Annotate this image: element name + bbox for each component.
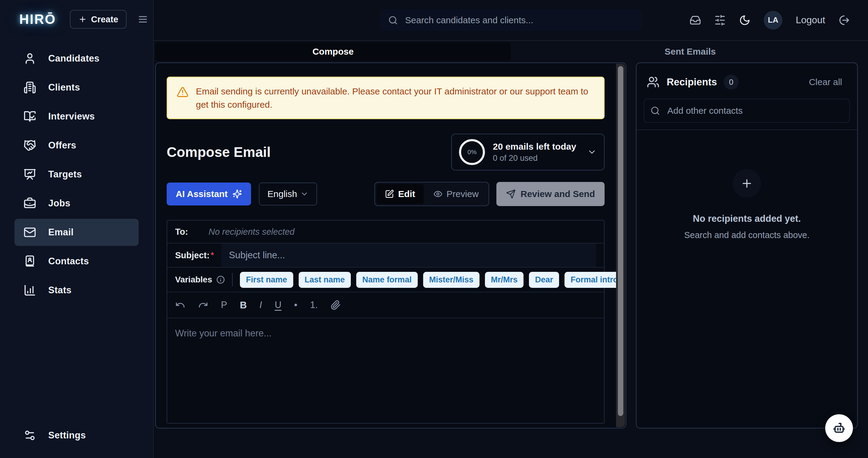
global-search-input[interactable] bbox=[404, 15, 633, 26]
sidebar-item-candidates[interactable]: Candidates bbox=[14, 45, 138, 72]
undo-button[interactable] bbox=[175, 300, 185, 310]
redo-button[interactable] bbox=[198, 300, 208, 310]
sidebar-item-jobs[interactable]: Jobs bbox=[14, 190, 138, 217]
variable-chip-first-name[interactable]: First name bbox=[240, 272, 293, 288]
language-select[interactable]: English bbox=[259, 182, 317, 205]
avatar[interactable]: LA bbox=[764, 11, 782, 30]
to-label: To: bbox=[175, 227, 188, 237]
recipients-panel: Recipients 0 Clear all No recipients add… bbox=[636, 62, 858, 428]
sidebar-item-interviews[interactable]: Interviews bbox=[14, 103, 138, 130]
clear-all-button[interactable]: Clear all bbox=[807, 77, 844, 87]
inbox-icon bbox=[689, 15, 701, 26]
chevron-down-icon bbox=[587, 147, 597, 157]
variable-chip-formal-intro[interactable]: Formal intro bbox=[564, 272, 624, 288]
assistant-fab-button[interactable] bbox=[825, 414, 853, 442]
edit-mode-button[interactable]: Edit bbox=[376, 184, 424, 204]
inbox-button[interactable] bbox=[689, 15, 701, 26]
variable-chip-name-formal[interactable]: Name formal bbox=[356, 272, 418, 288]
to-value: No recipients selected bbox=[209, 227, 294, 237]
theme-toggle-button[interactable] bbox=[739, 15, 750, 26]
compose-scrollbar[interactable] bbox=[616, 64, 625, 427]
global-search[interactable] bbox=[380, 9, 642, 31]
required-asterisk: * bbox=[211, 251, 214, 259]
sidebar: HIRŌ Create Candidates Clients Interview… bbox=[0, 0, 154, 458]
sidebar-item-stats[interactable]: Stats bbox=[14, 277, 138, 304]
square-pen-icon bbox=[385, 190, 394, 199]
variable-chip-mr-mrs[interactable]: Mr/Mrs bbox=[485, 272, 524, 288]
briefcase-icon bbox=[24, 197, 36, 210]
sidebar-item-settings[interactable]: Settings bbox=[14, 422, 138, 449]
sidebar-item-contacts[interactable]: Contacts bbox=[14, 248, 138, 275]
variable-chip-last-name[interactable]: Last name bbox=[299, 272, 351, 288]
content-area: Email sending is currently unavailable. … bbox=[154, 62, 868, 458]
variable-chip-mister-miss[interactable]: Mister/Miss bbox=[423, 272, 479, 288]
numbered-list-button[interactable]: 1. bbox=[310, 299, 318, 311]
to-row[interactable]: To: No recipients selected bbox=[167, 221, 604, 244]
building-icon bbox=[24, 81, 36, 94]
sidebar-item-targets[interactable]: Targets bbox=[14, 161, 138, 188]
add-recipient-button[interactable] bbox=[733, 169, 761, 198]
search-icon bbox=[388, 16, 398, 25]
sidebar-item-email[interactable]: Email bbox=[14, 219, 138, 246]
editor-toolbar: P B I U • 1. bbox=[167, 292, 604, 318]
recipients-search[interactable] bbox=[644, 99, 850, 123]
attachment-button[interactable] bbox=[331, 300, 341, 310]
quota-text: 20 emails left today 0 of 20 used bbox=[493, 142, 576, 163]
preview-mode-button[interactable]: Preview bbox=[425, 184, 487, 204]
bullet-list-button[interactable]: • bbox=[294, 299, 298, 311]
info-icon[interactable] bbox=[216, 276, 225, 284]
moon-icon bbox=[739, 15, 750, 26]
send-icon bbox=[506, 189, 516, 199]
main-area: LA Logout Compose Sent Emails bbox=[154, 0, 868, 458]
italic-button[interactable]: I bbox=[259, 299, 262, 311]
recipients-count-badge: 0 bbox=[724, 75, 739, 90]
recipients-header: Recipients 0 Clear all bbox=[637, 63, 857, 97]
tab-sent-emails[interactable]: Sent Emails bbox=[513, 41, 868, 62]
sidebar-item-label: Contacts bbox=[48, 256, 89, 267]
sidebar-item-offers[interactable]: Offers bbox=[14, 132, 138, 159]
compose-actions-row: AI Assistant English Edit bbox=[167, 182, 604, 206]
compose-title-row: Compose Email 0% 20 emails left today 0 … bbox=[167, 134, 604, 170]
email-body-editor[interactable]: Write your email here... bbox=[167, 318, 604, 423]
sidebar-nav: Candidates Clients Interviews Offers Tar… bbox=[0, 39, 153, 458]
warning-triangle-icon bbox=[177, 86, 189, 98]
ai-assistant-button[interactable]: AI Assistant bbox=[167, 182, 251, 205]
compose-body: Email sending is currently unavailable. … bbox=[156, 63, 626, 428]
review-and-send-button[interactable]: Review and Send bbox=[496, 182, 604, 206]
topbar: LA Logout bbox=[154, 0, 868, 40]
bar-chart-icon bbox=[24, 284, 36, 296]
review-and-send-label: Review and Send bbox=[521, 189, 595, 199]
logout-label[interactable]: Logout bbox=[796, 15, 825, 26]
recipients-search-input[interactable] bbox=[667, 105, 843, 116]
logout-icon bbox=[838, 15, 850, 26]
subject-input[interactable] bbox=[228, 250, 589, 261]
paragraph-button[interactable]: P bbox=[221, 299, 227, 311]
variables-row: Variables First name Last name Name form… bbox=[167, 268, 604, 292]
tab-compose[interactable]: Compose bbox=[155, 42, 511, 61]
bold-button[interactable]: B bbox=[240, 299, 247, 311]
warning-banner: Email sending is currently unavailable. … bbox=[167, 77, 604, 119]
sidebar-item-clients[interactable]: Clients bbox=[14, 74, 138, 101]
underline-button[interactable]: U bbox=[275, 299, 281, 311]
create-button[interactable]: Create bbox=[70, 10, 127, 29]
sidebar-item-label: Stats bbox=[48, 285, 71, 296]
vertical-divider bbox=[232, 273, 233, 286]
edit-preview-toggle: Edit Preview bbox=[374, 182, 489, 206]
contact-book-icon bbox=[24, 255, 36, 268]
sidebar-collapse-button[interactable] bbox=[137, 14, 148, 25]
email-quota-widget[interactable]: 0% 20 emails left today 0 of 20 used bbox=[451, 134, 604, 170]
sidebar-item-label: Candidates bbox=[48, 53, 99, 64]
sidebar-item-label: Targets bbox=[48, 169, 82, 180]
app-root: HIRŌ Create Candidates Clients Interview… bbox=[0, 0, 868, 458]
quota-progress-ring: 0% bbox=[459, 139, 485, 165]
filters-button[interactable] bbox=[714, 15, 726, 26]
variable-chips: First name Last name Name formal Mister/… bbox=[240, 272, 624, 288]
sidebar-item-label: Offers bbox=[48, 140, 76, 151]
compose-panel: Email sending is currently unavailable. … bbox=[155, 62, 626, 428]
variable-chip-dear[interactable]: Dear bbox=[529, 272, 559, 288]
empty-state-subtitle: Search and add contacts above. bbox=[684, 230, 809, 240]
ai-assistant-label: AI Assistant bbox=[176, 189, 227, 199]
paperclip-icon bbox=[331, 300, 341, 310]
logout-button[interactable] bbox=[838, 15, 850, 26]
scrollbar-thumb[interactable] bbox=[618, 66, 623, 416]
